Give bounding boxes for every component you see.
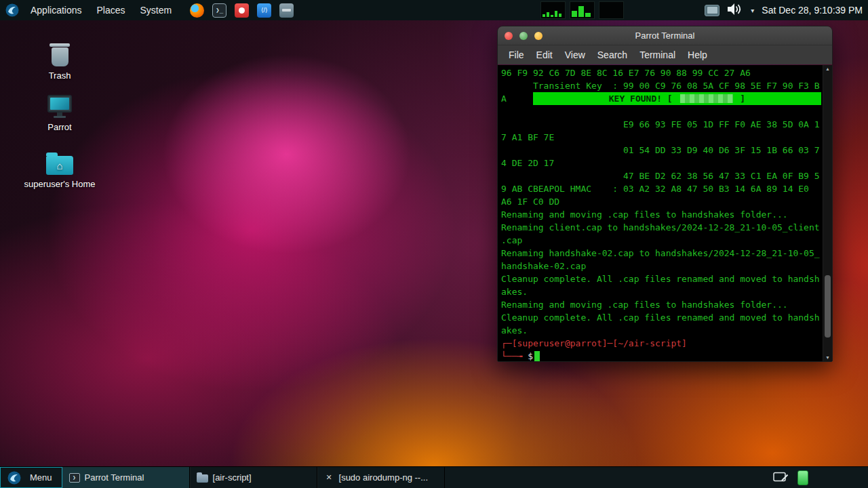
xterm-icon: ✕ <box>324 472 334 483</box>
scroll-up-arrow[interactable]: ▲ <box>823 66 832 71</box>
terminal-line: akes. <box>501 324 821 337</box>
network-monitor-applet[interactable] <box>570 1 595 19</box>
menu-search[interactable]: Search <box>591 45 633 64</box>
system-monitor-applet[interactable] <box>540 1 566 19</box>
top-panel: Applications Places System ❯_ ⟨/⟩ ▾ Sa <box>0 0 868 20</box>
menu-help[interactable]: Help <box>682 45 713 64</box>
terminal-launcher-icon[interactable]: ❯_ <box>212 3 226 18</box>
terminal-line: E9 66 93 FE 05 1D FF F0 AE 38 5D 0A 1 <box>501 118 821 131</box>
terminal-line: handshake-02.cap <box>501 260 821 272</box>
clock[interactable]: Sat Dec 28, 9:10:39 PM <box>762 5 863 16</box>
chevron-down-icon[interactable]: ▾ <box>751 7 754 14</box>
desktop-icon-parrot[interactable]: Parrot <box>16 89 104 132</box>
window-title: Parrot Terminal <box>498 30 832 41</box>
menu-terminal[interactable]: Terminal <box>633 45 682 64</box>
desktop-icon-trash[interactable]: Trash <box>16 38 104 81</box>
terminal-icon: ❯ <box>69 473 80 483</box>
taskbar-window-air-script[interactable]: [air-script] <box>190 467 317 488</box>
desktop-icon-label: Trash <box>16 70 104 81</box>
firefox-icon[interactable] <box>190 3 204 18</box>
panel-applets <box>540 1 624 19</box>
terminal-line: 01 54 DD 33 D9 40 D6 3F 15 1B 66 03 7 <box>501 144 821 157</box>
terminal-line: 96 F9 92 C6 7D 8E 8C 16 E7 76 90 88 99 C… <box>501 66 821 79</box>
terminal-line: Cleanup complete. All .cap files renamed… <box>501 272 821 285</box>
menu-applications[interactable]: Applications <box>23 0 90 20</box>
desktop-screen: Applications Places System ❯_ ⟨/⟩ ▾ Sa <box>0 0 868 488</box>
terminal-line: A KEY FOUND! [ ] <box>501 92 821 105</box>
terminal-line <box>501 105 821 118</box>
menu-view[interactable]: View <box>559 45 591 64</box>
terminal-line: akes. <box>501 285 821 298</box>
computer-icon <box>16 89 104 118</box>
scroll-down-arrow[interactable]: ▼ <box>823 355 832 360</box>
volume-icon[interactable] <box>727 3 743 18</box>
input-device-icon[interactable] <box>773 471 789 485</box>
clipboard-indicator-icon[interactable] <box>797 470 808 485</box>
parrot-logo-icon <box>7 471 21 485</box>
display-settings-icon[interactable] <box>705 5 719 16</box>
window-minimize-button[interactable] <box>519 32 528 40</box>
desktop-icon-label: superuser's Home <box>16 179 104 189</box>
terminal-line: 7 A1 BF 7E <box>501 131 821 144</box>
terminal-window: Parrot Terminal File Edit View Search Te… <box>497 26 833 362</box>
folder-icon <box>197 474 208 483</box>
menu-places[interactable]: Places <box>90 0 133 20</box>
terminal-line: A6 1F C0 DD <box>501 195 821 208</box>
terminal-line: .cap <box>501 234 821 247</box>
home-folder-icon: ⌂ <box>16 146 104 175</box>
window-maximize-button[interactable] <box>534 32 542 40</box>
terminal-line: 9 AB CBEAPOL HMAC : 03 A2 32 A8 47 50 B3… <box>501 182 821 195</box>
redacted-key <box>680 94 733 103</box>
menu-file[interactable]: File <box>502 45 530 64</box>
terminal-line: Cleanup complete. All .cap files renamed… <box>501 311 821 324</box>
taskbar-window-airodump[interactable]: ✕ [sudo airodump-ng --... <box>317 467 445 488</box>
terminal-scrollbar[interactable]: ▲ ▼ <box>823 65 832 361</box>
bottom-taskbar: Menu ❯ Parrot Terminal [air-script] ✕ [s… <box>0 466 868 488</box>
blank-applet[interactable] <box>599 1 624 19</box>
terminal-line: 47 BE D2 62 38 56 47 33 C1 EA 0F B9 5 <box>501 169 821 182</box>
trash-icon <box>16 38 104 66</box>
taskbar-window-label: [sudo airodump-ng --... <box>339 472 429 483</box>
terminal-line: Renaming and moving .cap files to handsh… <box>501 298 821 311</box>
taskbar-window-parrot-terminal[interactable]: ❯ Parrot Terminal <box>62 467 190 488</box>
panel-right: ▾ Sat Dec 28, 9:10:39 PM <box>705 0 863 20</box>
parrot-logo-icon[interactable] <box>5 3 19 17</box>
taskbar-window-label: [air-script] <box>213 472 252 483</box>
taskbar-menu-button[interactable]: Menu <box>0 467 62 488</box>
panel-left: Applications Places System ❯_ ⟨/⟩ <box>0 0 298 20</box>
menu-edit[interactable]: Edit <box>530 45 559 64</box>
terminal-body: 96 F9 92 C6 7D 8E 8C 16 E7 76 90 88 99 C… <box>498 65 832 361</box>
desktop-icon-label: Parrot <box>16 122 104 132</box>
menu-system[interactable]: System <box>133 0 180 20</box>
terminal-line: Renaming handshake-02.cap to handshakes/… <box>501 247 821 260</box>
key-found-banner: KEY FOUND! [ ] <box>533 92 821 105</box>
terminal-line: └──╼ $ <box>501 350 821 361</box>
taskbar-window-label: Parrot Terminal <box>85 472 144 483</box>
file-manager-icon[interactable] <box>279 3 294 18</box>
window-close-button[interactable] <box>505 32 513 40</box>
terminal-line: ┌─[superuser@parrot]─[~/air-script] <box>501 337 821 350</box>
desktop-wallpaper: Trash Parrot ⌂ superuser's Home Parrot T… <box>0 20 868 466</box>
terminal-menubar: File Edit View Search Terminal Help <box>498 45 832 64</box>
terminal-line: Renaming client.cap to handshakes/2024-1… <box>501 221 821 234</box>
desktop-icon-home[interactable]: ⌂ superuser's Home <box>16 146 104 189</box>
vscode-icon[interactable]: ⟨/⟩ <box>257 3 271 18</box>
terminal-line: Transient Key : 99 00 C9 76 08 5A CF 98 … <box>501 79 821 92</box>
terminal-titlebar[interactable]: Parrot Terminal <box>498 26 832 45</box>
scrollbar-thumb[interactable] <box>825 275 831 338</box>
red-app-icon[interactable] <box>235 3 249 18</box>
terminal-output[interactable]: 96 F9 92 C6 7D 8E 8C 16 E7 76 90 88 99 C… <box>501 66 821 361</box>
taskbar-menu-label: Menu <box>30 472 52 483</box>
taskbar-right <box>773 467 808 488</box>
terminal-cursor <box>534 351 540 361</box>
terminal-line: Renaming and moving .cap files to handsh… <box>501 208 821 221</box>
terminal-line: 4 DE 2D 17 <box>501 157 821 169</box>
